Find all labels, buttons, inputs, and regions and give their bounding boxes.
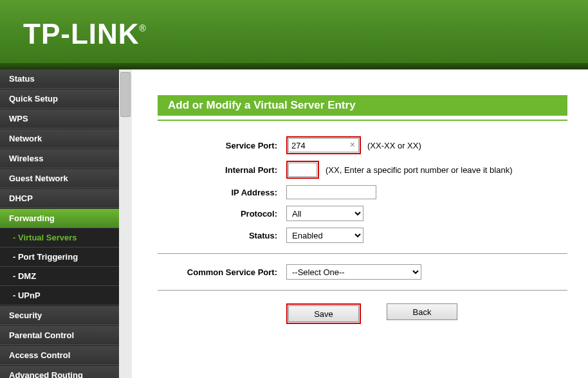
row-common-service-port: Common Service Port: --Select One-- [158, 264, 567, 280]
label-internal-port: Internal Port: [158, 165, 286, 175]
label-ip-address: IP Address: [158, 188, 286, 197]
select-protocol[interactable]: All [286, 206, 363, 221]
sidebar: Status Quick Setup WPS Network Wireless … [0, 69, 119, 378]
label-protocol: Protocol: [158, 209, 286, 219]
hint-internal-port: (XX, Enter a specific port number or lea… [326, 165, 512, 175]
sidebar-item-dhcp[interactable]: DHCP [0, 188, 119, 208]
sidebar-item-forwarding[interactable]: Forwarding [0, 208, 119, 228]
sidebar-sub-upnp[interactable]: - UPnP [0, 286, 119, 305]
row-status: Status: Enabled [158, 228, 567, 243]
sidebar-sub-dmz[interactable]: - DMZ [0, 267, 119, 286]
row-ip-address: IP Address: [158, 185, 567, 199]
sidebar-scrollbar[interactable] [119, 69, 132, 378]
sidebar-item-security[interactable]: Security [0, 305, 119, 325]
highlight-save: Save [286, 303, 361, 324]
select-status[interactable]: Enabled [286, 228, 363, 243]
sidebar-item-advanced-routing[interactable]: Advanced Routing [0, 365, 119, 378]
back-button[interactable]: Back [387, 303, 457, 320]
section-divider-1 [158, 253, 567, 254]
main-content: Add or Modify a Virtual Server Entry Ser… [132, 69, 588, 378]
label-common-service-port: Common Service Port: [158, 267, 286, 277]
sidebar-item-parental-control[interactable]: Parental Control [0, 325, 119, 345]
sidebar-sub-virtual-servers[interactable]: - Virtual Servers [0, 228, 119, 248]
sidebar-item-status[interactable]: Status [0, 69, 119, 89]
label-status: Status: [158, 231, 286, 240]
sidebar-item-network[interactable]: Network [0, 129, 119, 148]
sidebar-sub-port-triggering[interactable]: - Port Triggering [0, 248, 119, 267]
sidebar-item-quick-setup[interactable]: Quick Setup [0, 89, 119, 109]
input-internal-port[interactable] [288, 163, 317, 177]
sidebar-item-access-control[interactable]: Access Control [0, 345, 119, 365]
sidebar-item-wireless[interactable]: Wireless [0, 148, 119, 168]
title-divider [158, 120, 567, 121]
highlight-internal-port [286, 161, 319, 179]
scroll-thumb[interactable] [120, 72, 131, 117]
select-common-service-port[interactable]: --Select One-- [286, 264, 421, 280]
row-internal-port: Internal Port: (XX, Enter a specific por… [158, 161, 567, 179]
page-title: Add or Modify a Virtual Server Entry [158, 95, 567, 116]
highlight-service-port [286, 136, 361, 154]
sidebar-item-wps[interactable]: WPS [0, 109, 119, 129]
label-service-port: Service Port: [158, 141, 286, 150]
input-service-port[interactable] [288, 138, 359, 152]
hint-service-port: (XX-XX or XX) [367, 141, 421, 150]
brand-logo: TP-LINK® [0, 0, 588, 50]
header: TP-LINK® [0, 0, 588, 69]
row-protocol: Protocol: All [158, 206, 567, 221]
section-divider-2 [158, 290, 567, 291]
input-ip-address[interactable] [286, 185, 376, 199]
row-service-port: Service Port: (XX-XX or XX) [158, 136, 567, 154]
sidebar-container: Status Quick Setup WPS Network Wireless … [0, 69, 132, 378]
sidebar-item-guest-network[interactable]: Guest Network [0, 168, 119, 188]
button-row: Save Back [158, 303, 567, 324]
save-button[interactable]: Save [288, 305, 359, 322]
